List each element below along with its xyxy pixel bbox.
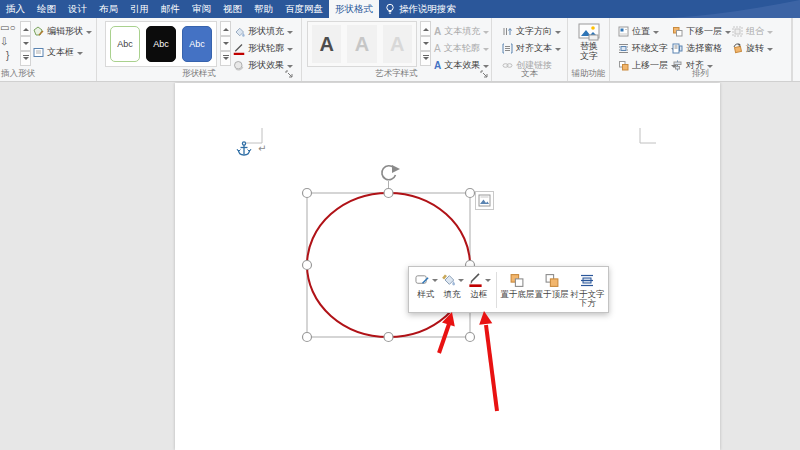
border-dropdown-caret [485,279,491,285]
group-label-text: 文本 [492,68,567,80]
minibar-fill-button[interactable]: 填充 [439,270,465,310]
style-icon [415,273,430,287]
shape-fill-button[interactable]: 形状填充 [233,24,293,39]
fill-dropdown-caret [458,279,464,285]
tab-baidu-netdisk[interactable]: 百度网盘 [279,0,329,18]
shape-style-gallery: Abc Abc Abc [105,21,217,67]
text-box-icon [33,47,44,58]
border-icon [468,273,483,287]
wrap-text-icon [618,43,629,54]
text-direction-icon [502,26,513,37]
tab-insert[interactable]: 插入 [0,0,31,18]
tab-help[interactable]: 帮助 [248,0,279,18]
minibar-send-to-back-button[interactable]: 置于底层 [500,270,534,310]
shape-style-more-button[interactable] [220,51,231,66]
wordart-style-option-2[interactable]: A [347,25,376,63]
align-text-icon [502,43,513,54]
alt-text-icon [578,23,600,41]
group-label-shape-styles: 形状样式 [97,68,301,80]
align-text-button[interactable]: 对齐文本 [502,41,561,56]
layout-options-icon [478,194,491,207]
group-label-wordart-styles: 艺术字样式 [302,68,491,80]
minibar-separator [496,272,497,308]
wordart-more-button[interactable] [420,51,431,66]
wordart-style-option-1[interactable]: A [312,25,341,63]
shape-fill-icon [233,26,245,38]
tab-design[interactable]: 设计 [62,0,93,18]
document-area: ↵ [0,83,800,450]
shape-style-scroll-down-button[interactable] [220,36,231,51]
shape-gallery-thumbnails[interactable]: ▭○ ⇩ } [0,21,20,63]
minibar-style-button[interactable]: 样式 [413,270,439,310]
tab-draw[interactable]: 绘图 [31,0,62,18]
send-backward-button[interactable]: 下移一层 [672,24,731,39]
tab-mailings[interactable]: 邮件 [155,0,186,18]
group-label-insert-shapes: 插入形状 [0,68,96,80]
group-text: 文字方向 对齐文本 创建链接 文本 [492,18,568,81]
text-fill-button[interactable]: A 文本填充 [434,24,489,39]
layout-options-button[interactable] [475,191,494,210]
group-wordart-styles: A A A A 文本填充 A 文本轮廓 A 文本 [302,18,492,81]
text-box-button[interactable]: 文本框 [33,45,92,60]
send-backward-icon [672,26,683,37]
bring-to-front-icon [544,273,560,288]
wordart-scroll-down-button[interactable] [420,36,431,51]
shape-outline-icon [233,43,245,55]
tab-layout[interactable]: 布局 [93,0,124,18]
titlebar-swoosh-decoration [670,0,800,18]
fill-icon [441,273,456,287]
tab-review[interactable]: 审阅 [186,0,217,18]
tab-references[interactable]: 引用 [124,0,155,18]
gallery-scroll-down-button[interactable] [20,36,31,51]
group-accessibility: 替换 文字 辅助功能 [568,18,610,81]
group-shape-styles: Abc Abc Abc 形状填充 [97,18,302,81]
group-arrange: 位置 环绕文字 上移一层 [610,18,792,81]
position-icon [618,26,629,37]
wrap-text-button[interactable]: 环绕文字 [618,41,677,56]
edit-shape-button[interactable]: 编辑形状 [33,24,92,39]
group-insert-shapes: ▭○ ⇩ } 编辑形状 [0,18,97,81]
gallery-scroll-up-button[interactable] [20,21,31,36]
text-outline-button[interactable]: A 文本轮廓 [434,41,489,56]
ribbon-shape-format: ▭○ ⇩ } 编辑形状 [0,18,800,82]
text-outline-icon: A [434,43,441,54]
wordart-style-option-3[interactable]: A [383,25,412,63]
shape-style-option-1[interactable]: Abc [110,26,140,62]
ribbon-tab-bar: 插入 绘图 设计 布局 引用 邮件 审阅 视图 帮助 百度网盘 形状格式 操作说… [0,0,800,18]
text-fill-icon: A [434,26,441,37]
rotate-icon [732,43,743,54]
send-to-back-icon [509,273,525,288]
arrow-shape-icon[interactable]: ⇩ [0,36,8,47]
tell-me-search[interactable]: 操作说明搜索 [379,0,462,18]
shape-mini-toolbar: 样式 填充 [408,266,609,313]
group-label-accessibility: 辅助功能 [568,68,609,80]
group-objects-button[interactable]: 组合 [732,24,773,39]
gallery-more-button[interactable] [20,51,31,66]
group-label-arrange: 排列 [610,68,791,80]
tab-view[interactable]: 视图 [217,0,248,18]
edit-shape-icon [33,26,44,37]
wordart-style-gallery: A A A [307,21,417,67]
minibar-bring-to-front-button[interactable]: 置于顶层 [534,270,568,310]
position-button[interactable]: 位置 [618,24,677,39]
oval-shape-icon[interactable]: ○ [9,22,15,33]
shape-outline-button[interactable]: 形状轮廓 [233,41,293,56]
brace-shape-icon[interactable]: } [6,50,9,61]
minibar-behind-text-button[interactable]: 衬于文字 下方 [569,270,606,310]
tab-shape-format[interactable]: 形状格式 [329,0,379,18]
shape-style-option-2[interactable]: Abc [146,26,176,62]
lightbulb-icon [385,3,395,15]
word-window: 插入 绘图 设计 布局 引用 邮件 审阅 视图 帮助 百度网盘 形状格式 操作说… [0,0,800,450]
wordart-scroll-up-button[interactable] [420,21,431,36]
shape-style-option-3[interactable]: Abc [182,26,212,62]
behind-text-icon [579,273,595,288]
text-direction-button[interactable]: 文字方向 [502,24,561,39]
search-label: 操作说明搜索 [399,3,456,16]
selection-pane-icon [672,43,683,54]
shape-style-scroll-up-button[interactable] [220,21,231,36]
alt-text-button[interactable]: 替换 文字 [572,23,606,62]
rotate-button[interactable]: 旋转 [732,41,773,56]
selection-pane-button[interactable]: 选择窗格 [672,41,731,56]
minibar-border-button[interactable]: 边框 [465,270,493,310]
style-dropdown-caret [432,279,438,285]
